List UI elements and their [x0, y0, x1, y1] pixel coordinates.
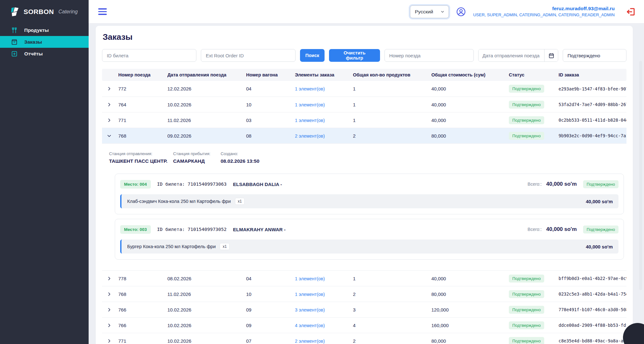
cell-train-number: 766	[118, 323, 167, 328]
cell-order-id: bff9b0d3-e0a1-4b22-97ae-0c9ce…	[559, 276, 626, 281]
cell-total-cost: 40,000	[431, 102, 509, 107]
cell-wagon-number: 07	[246, 338, 295, 344]
cell-total-cost: 40,000	[431, 118, 509, 123]
cell-total-products: 2	[353, 291, 431, 297]
row-expander-chevron-icon[interactable]	[102, 118, 118, 123]
cell-total-cost: 80,000	[431, 133, 509, 139]
row-expander-chevron-icon[interactable]	[102, 276, 118, 281]
table-row[interactable]: 766 10.02.2026 09 3 элемент(ов) 3 120,00…	[102, 302, 626, 317]
row-expander-chevron-icon[interactable]	[102, 102, 118, 107]
search-button[interactable]: Поиск	[300, 49, 325, 62]
sidebar-item-orders[interactable]: Заказы	[0, 36, 89, 48]
cell-departure-date: 08.02.2026	[167, 276, 246, 281]
order-items-link[interactable]: 1 элемент(ов)	[295, 276, 325, 281]
app-root: SORBON Catering Продукты Заказы Отчёты Р…	[0, 0, 644, 344]
ticket-id-input[interactable]	[102, 49, 196, 62]
passenger-name: ELMAKRAHY ANWAR -	[233, 227, 286, 232]
table-row[interactable]: 768 11.02.2026 10 1 элемент(ов) 2 80,000…	[102, 286, 626, 302]
user-roles: USER, SUPER_ADMIN, CATERING_ADMIN, CATER…	[473, 12, 615, 18]
cell-order-id: 0c2bb533-0511-411d-b828-04e57…	[559, 118, 626, 123]
order-items-link[interactable]: 1 элемент(ов)	[295, 86, 325, 91]
table-row[interactable]: 772 12.02.2026 04 1 элемент(ов) 1 40,000…	[102, 81, 626, 97]
order-items-link[interactable]: 2 элемент(ов)	[295, 133, 325, 139]
table-row[interactable]: 778 08.02.2026 04 1 элемент(ов) 1 40,000…	[102, 270, 626, 286]
order-detail-panel: Станция отправления: ТАШКЕНТ ПАСС ЦЕНТР.…	[102, 143, 626, 270]
order-items-link[interactable]: 4 элемент(ов)	[295, 323, 325, 328]
status-badge: Подтверждено	[509, 321, 544, 329]
ticket-items: Клаб-сэндвич Кока-кола 250 мл Картофель …	[120, 194, 618, 208]
order-items-link[interactable]: 1 элемент(ов)	[295, 118, 325, 123]
order-items-link[interactable]: 2 элемент(ов)	[295, 339, 325, 344]
table-row[interactable]: 771 10.02.2026 07 2 элемент(ов) 2 80,000…	[102, 333, 626, 344]
ticket-status-badge: Подтверждено	[583, 180, 618, 188]
user-avatar-icon[interactable]	[456, 7, 466, 17]
arrival-station-value: САМАРКАНД	[173, 158, 221, 164]
cell-train-number: 771	[118, 118, 167, 123]
train-number-input[interactable]	[384, 49, 474, 62]
user-email[interactable]: feruz.muradoff.93@mail.ru	[473, 5, 615, 12]
item-name: Бургер Кока-кола 250 мл Картофель фри	[127, 244, 216, 249]
arrival-station-label: Станция прибытия:	[173, 151, 221, 156]
created-label: Создано:	[221, 151, 260, 156]
brand-logo[interactable]: SORBON Catering	[0, 0, 89, 24]
calendar-icon[interactable]	[545, 49, 558, 61]
order-item-row: Бургер Кока-кола 250 мл Картофель фри x1…	[120, 240, 618, 254]
tickets-list: Место: 004 ID билета: 71015409973063 ELS…	[109, 174, 624, 260]
status-filter-input[interactable]	[563, 49, 626, 62]
item-quantity-badge: x1	[220, 243, 229, 250]
seat-badge: Место: 003	[120, 225, 151, 234]
cell-order-id: 9b903e2c-0d90-4ef9-94cc-7a1eb…	[559, 133, 626, 138]
cell-total-products: 1	[353, 86, 431, 91]
column-header: Дата отправления поезда	[167, 72, 246, 77]
ticket-card: Место: 004 ID билета: 71015409973063 ELS…	[115, 174, 624, 214]
row-expander-chevron-icon[interactable]	[102, 86, 118, 91]
departure-station-label: Станция отправления:	[109, 151, 173, 156]
departure-date-input[interactable]	[479, 49, 544, 61]
cell-wagon-number: 09	[246, 307, 295, 312]
cell-departure-date: 10.02.2026	[167, 307, 246, 312]
ticket-total-label: Всего::	[528, 227, 542, 232]
order-items-link[interactable]: 1 элемент(ов)	[295, 292, 325, 297]
scrollbar[interactable]	[639, 61, 642, 290]
cutlery-icon	[11, 27, 18, 34]
departure-station-value: ТАШКЕНТ ПАСС ЦЕНТР.	[109, 158, 173, 164]
sidebar-item-label: Заказы	[24, 39, 42, 45]
table-row[interactable]: 771 11.02.2026 03 1 элемент(ов) 1 40,000…	[102, 112, 626, 128]
table-row[interactable]: 764 10.02.2026 10 1 элемент(ов) 1 40,000…	[102, 97, 626, 112]
brand-logo-icon	[10, 6, 20, 17]
row-expander-chevron-icon[interactable]	[102, 323, 118, 328]
status-badge: Подтверждено	[509, 116, 544, 124]
row-expander-chevron-icon[interactable]	[102, 307, 118, 312]
column-header: Общая стоимость (сум)	[431, 72, 509, 77]
ext-root-order-id-input[interactable]	[201, 49, 295, 62]
cell-departure-date: 10.02.2026	[167, 102, 246, 107]
cell-wagon-number: 10	[246, 291, 295, 297]
cell-departure-date: 12.02.2026	[167, 86, 246, 91]
column-header: Номер поезда	[118, 72, 167, 77]
sidebar-item-cutlery[interactable]: Продукты	[0, 24, 89, 36]
cell-train-number: 768	[118, 133, 167, 139]
table-row[interactable]: 766 10.02.2026 09 4 элемент(ов) 4 160,00…	[102, 317, 626, 333]
cell-departure-date: 11.02.2026	[167, 118, 246, 123]
language-select[interactable]: Русский	[410, 5, 449, 18]
cell-total-products: 1	[353, 276, 431, 281]
logout-icon[interactable]	[626, 7, 636, 17]
row-expander-chevron-icon[interactable]	[102, 339, 118, 343]
hamburger-menu-icon[interactable]	[97, 7, 108, 16]
row-expander-chevron-icon[interactable]	[102, 133, 118, 138]
status-badge: Подтверждено	[509, 290, 544, 298]
cell-train-number: 778	[118, 276, 167, 281]
created-value: 08.02.2026 13:50	[221, 158, 260, 164]
ticket-status-badge: Подтверждено	[583, 226, 618, 233]
cell-train-number: 766	[118, 307, 167, 312]
clear-filter-button[interactable]: Очистить фильтр	[329, 49, 380, 62]
row-expander-chevron-icon[interactable]	[102, 292, 118, 297]
sidebar-item-reports[interactable]: Отчёты	[0, 48, 89, 60]
order-items-link[interactable]: 3 элемент(ов)	[295, 307, 325, 312]
passenger-name: ELSABBAGH DALIA -	[233, 182, 282, 187]
cell-order-id: 53fa2d74-7ae7-4d09-88bb-26757…	[559, 102, 626, 107]
orders-card: Заказы Поиск Очистить фильтр	[96, 26, 633, 344]
cell-departure-date: 10.02.2026	[167, 323, 246, 328]
table-row[interactable]: 768 09.02.2026 08 2 элемент(ов) 2 80,000…	[102, 128, 626, 143]
order-items-link[interactable]: 1 элемент(ов)	[295, 102, 325, 107]
